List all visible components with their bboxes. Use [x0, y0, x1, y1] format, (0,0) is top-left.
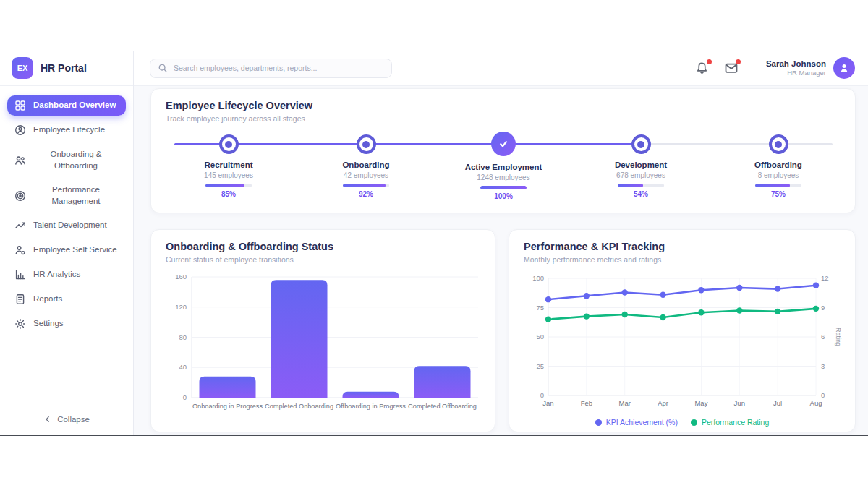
collapse-button[interactable]: Collapse: [0, 403, 133, 435]
data-point[interactable]: [775, 286, 780, 291]
sidebar-item-performance-management[interactable]: Performance Management: [7, 180, 126, 211]
onboarding-status-card: Onboarding & Offboarding Status Current …: [150, 229, 495, 432]
user-plus-icon: [14, 244, 26, 256]
sidebar-item-settings[interactable]: Settings: [7, 314, 126, 334]
app-window: EX HR Portal Dashboard OverviewEmployee …: [0, 51, 868, 435]
svg-text:6: 6: [821, 333, 825, 341]
stage-name: Development: [583, 160, 699, 169]
data-point[interactable]: [584, 313, 590, 319]
gear-icon: [14, 318, 26, 330]
svg-text:Apr: Apr: [658, 399, 668, 407]
stage-development[interactable]: Development678 employees54%: [583, 134, 699, 198]
stage-name: Active Employment: [446, 163, 561, 171]
svg-text:50: 50: [536, 333, 544, 341]
data-point[interactable]: [736, 285, 742, 291]
data-point[interactable]: [813, 283, 819, 288]
svg-text:Feb: Feb: [581, 399, 592, 407]
bar[interactable]: [200, 377, 256, 398]
data-point[interactable]: [545, 317, 551, 322]
sidebar-item-label: Talent Development: [33, 220, 119, 231]
messages-button[interactable]: [723, 60, 739, 76]
stage-offboarding[interactable]: Offboarding8 employees75%: [720, 134, 836, 198]
sidebar-item-hr-analytics[interactable]: HR Analytics: [7, 265, 126, 285]
trending-up-icon: [14, 220, 26, 231]
svg-text:Aug: Aug: [810, 399, 822, 407]
svg-text:Completed Offboarding: Completed Offboarding: [408, 403, 477, 410]
stage-employee-count: 145 employees: [171, 171, 286, 179]
chevron-left-icon: [43, 415, 52, 424]
sidebar-item-reports[interactable]: Reports: [7, 289, 126, 309]
app-title: HR Portal: [41, 62, 87, 74]
data-point[interactable]: [545, 296, 551, 302]
bar-chart-title: Onboarding & Offboarding Status: [166, 241, 480, 252]
stage-percent: 92%: [308, 190, 424, 198]
svg-text:Jul: Jul: [773, 399, 782, 407]
stage-recruitment[interactable]: Recruitment145 employees85%: [171, 134, 286, 198]
collapse-label: Collapse: [57, 415, 90, 424]
svg-text:80: 80: [179, 333, 187, 341]
stage-active-employment[interactable]: Active Employment1248 employees100%: [446, 134, 561, 200]
data-point[interactable]: [622, 289, 628, 295]
svg-text:Jan: Jan: [542, 399, 553, 407]
user-circle-icon: [14, 124, 26, 136]
svg-text:0: 0: [183, 393, 187, 401]
legend-item[interactable]: KPI Achievement (%): [595, 418, 678, 427]
svg-text:Onboarding in Progress: Onboarding in Progress: [192, 403, 263, 410]
stage-percent: 85%: [171, 190, 286, 198]
stage-percent: 100%: [446, 192, 561, 200]
sidebar-item-employee-self-service[interactable]: Employee Self Service: [7, 240, 126, 260]
stage-name: Recruitment: [171, 160, 286, 169]
legend-item[interactable]: Performance Rating: [691, 418, 769, 427]
data-point[interactable]: [736, 307, 742, 313]
svg-text:9: 9: [821, 304, 825, 312]
stage-name: Offboarding: [720, 160, 836, 169]
data-point[interactable]: [698, 287, 704, 293]
data-point[interactable]: [698, 309, 704, 315]
viewport-bottom-edge: [0, 435, 868, 436]
svg-text:0: 0: [821, 391, 825, 399]
sidebar-item-onboarding-offboarding[interactable]: Onboarding & Offboarding: [7, 145, 126, 176]
logo-row: EX HR Portal: [0, 51, 133, 86]
message-dot: [736, 59, 741, 64]
target-icon: [14, 190, 26, 202]
stage-dot-circle: [219, 134, 239, 154]
person-icon: [838, 62, 850, 74]
lifecycle-timeline: Recruitment145 employees85%Onboarding42 …: [166, 134, 841, 207]
bar[interactable]: [271, 280, 328, 398]
data-point[interactable]: [660, 314, 665, 320]
bar[interactable]: [343, 392, 399, 398]
stage-progress-track: [618, 184, 664, 187]
stage-progress-track: [343, 184, 389, 187]
stage-name: Onboarding: [308, 160, 424, 169]
svg-text:120: 120: [175, 303, 187, 311]
data-point[interactable]: [813, 306, 819, 312]
notifications-button[interactable]: [694, 60, 710, 76]
stage-dot-circle: [631, 134, 651, 154]
stage-dot-circle: [357, 134, 376, 154]
search-input[interactable]: [174, 64, 384, 72]
app-logo: EX: [12, 57, 33, 79]
stage-employee-count: 42 employees: [308, 171, 424, 179]
data-point[interactable]: [584, 293, 590, 299]
avatar[interactable]: [833, 57, 855, 79]
bar[interactable]: [414, 366, 471, 398]
svg-text:3: 3: [821, 362, 825, 370]
stage-dot-circle: [769, 134, 788, 154]
svg-text:Offboarding in Progress: Offboarding in Progress: [336, 403, 406, 410]
line-chart-subtitle: Monthly performance metrics and ratings: [524, 255, 841, 264]
data-point[interactable]: [775, 309, 780, 314]
sidebar-item-employee-lifecycle[interactable]: Employee Lifecycle: [7, 120, 126, 140]
sidebar-item-label: Onboarding & Offboarding: [33, 149, 119, 171]
data-point[interactable]: [622, 312, 628, 317]
sidebar-item-talent-development[interactable]: Talent Development: [7, 215, 126, 236]
sidebar-item-label: HR Analytics: [33, 269, 119, 281]
svg-text:Rating: Rating: [835, 328, 842, 346]
sidebar-item-label: Employee Lifecycle: [33, 124, 119, 136]
svg-text:Mar: Mar: [619, 399, 631, 407]
stage-onboarding[interactable]: Onboarding42 employees92%: [308, 134, 424, 198]
sidebar-item-dashboard-overview[interactable]: Dashboard Overview: [7, 95, 126, 116]
search-box[interactable]: [150, 59, 392, 78]
data-point[interactable]: [660, 291, 665, 297]
page: EX HR Portal Dashboard OverviewEmployee …: [0, 0, 868, 488]
stage-progress-track: [205, 184, 252, 187]
